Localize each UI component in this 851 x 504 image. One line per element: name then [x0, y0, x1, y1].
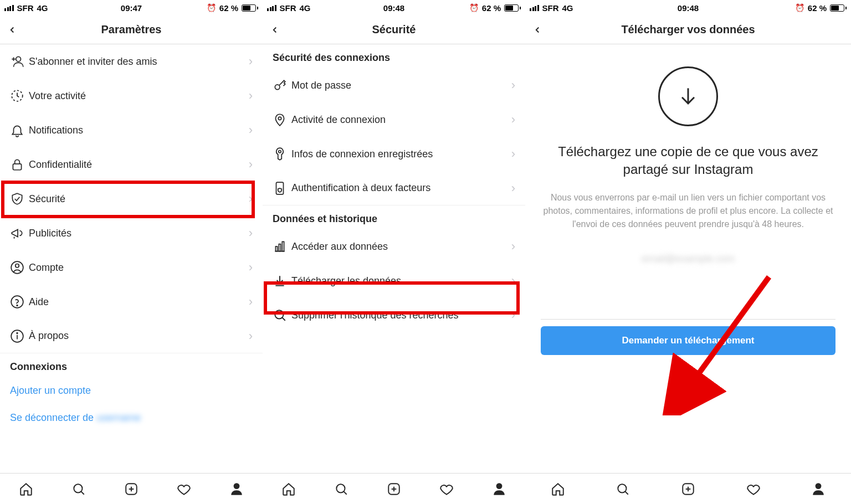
section-connexions: Connexions — [0, 353, 263, 377]
row-label: Compte — [29, 262, 249, 274]
add-account-link[interactable]: Ajouter un compte — [0, 377, 263, 404]
back-button[interactable] — [0, 25, 24, 35]
clock: 09:47 — [121, 3, 142, 13]
battery-icon — [830, 4, 847, 12]
screen-download-data: SFR 4G 09:48 ⏰ 62 % Télécharger vos donn… — [525, 0, 851, 504]
network-label: 4G — [37, 3, 48, 13]
nav-home[interactable] — [550, 481, 566, 497]
nav-activity[interactable] — [746, 481, 761, 497]
row-clear-search[interactable]: Supprimer l'historique des recherches › — [263, 298, 525, 332]
nav-add[interactable] — [680, 481, 696, 497]
nav-search[interactable] — [615, 481, 630, 497]
battery-pct: 62 % — [808, 3, 827, 13]
settings-list: S'abonner et inviter des amis › Votre ac… — [0, 44, 263, 504]
row-security[interactable]: Sécurité › — [0, 182, 263, 216]
row-password[interactable]: Mot de passe › — [263, 68, 525, 102]
key-icon — [273, 78, 291, 92]
email-field-redacted[interactable]: email@example.com — [642, 253, 735, 265]
row-label: Notifications — [29, 125, 249, 136]
request-download-button[interactable]: Demander un téléchargement — [541, 326, 835, 355]
lock-icon — [10, 157, 29, 172]
nav-profile[interactable] — [491, 481, 507, 497]
status-bar: SFR 4G 09:48 ⏰ 62 % — [525, 0, 851, 16]
download-content: Téléchargez une copie de ce que vous ave… — [525, 44, 851, 504]
row-label: Aide — [29, 296, 249, 308]
location-pin-icon — [273, 112, 291, 127]
svg-line-31 — [344, 491, 347, 494]
chevron-right-icon: › — [511, 239, 515, 254]
svg-point-19 — [278, 117, 281, 120]
page-title: Télécharger vos données — [621, 23, 755, 36]
row-about[interactable]: À propos › — [0, 319, 263, 353]
download-hero-icon — [658, 66, 718, 126]
row-label: S'abonner et inviter des amis — [29, 56, 249, 68]
clock-activity-icon — [10, 89, 29, 103]
nav-home[interactable] — [18, 481, 34, 497]
network-label: 4G — [562, 3, 573, 13]
add-person-icon — [10, 54, 29, 69]
row-label: Publicités — [29, 228, 249, 239]
chevron-right-icon: › — [511, 112, 515, 127]
megaphone-icon — [10, 226, 29, 240]
row-help[interactable]: Aide › — [0, 285, 263, 319]
svg-point-28 — [275, 310, 283, 318]
battery-pct: 62 % — [219, 3, 238, 13]
download-heading: Téléchargez une copie de ce que vous ave… — [541, 143, 835, 179]
network-label: 4G — [300, 3, 311, 13]
row-label: Votre activité — [29, 90, 249, 102]
chevron-right-icon: › — [249, 295, 253, 309]
nav-add[interactable] — [386, 481, 402, 497]
row-access-data[interactable]: Accéder aux données › — [263, 229, 525, 264]
row-download-data[interactable]: Télécharger les données › — [263, 264, 525, 298]
row-label: Accéder aux données — [291, 241, 511, 253]
nav-search[interactable] — [71, 481, 86, 497]
chevron-right-icon: › — [249, 260, 253, 275]
row-activity[interactable]: Votre activité › — [0, 79, 263, 113]
nav-activity[interactable] — [439, 481, 454, 497]
row-privacy[interactable]: Confidentialité › — [0, 147, 263, 182]
row-ads[interactable]: Publicités › — [0, 216, 263, 250]
row-2fa[interactable]: Authentification à deux facteurs › — [263, 171, 525, 205]
row-notifications[interactable]: Notifications › — [0, 113, 263, 147]
chevron-right-icon: › — [249, 89, 253, 103]
back-button[interactable] — [263, 25, 287, 35]
row-account[interactable]: Compte › — [0, 250, 263, 285]
chevron-right-icon: › — [249, 226, 253, 240]
screen-security: SFR 4G 09:48 ⏰ 62 % Sécurité Sécurité de… — [263, 0, 525, 504]
bottom-nav — [263, 473, 525, 504]
header: Télécharger vos données — [525, 16, 851, 44]
status-bar: SFR 4G 09:47 ⏰ 62 % — [0, 0, 263, 16]
nav-add[interactable] — [124, 481, 139, 497]
nav-home[interactable] — [281, 481, 296, 497]
row-label: Supprimer l'historique des recherches — [291, 310, 511, 321]
help-icon — [10, 295, 29, 309]
clock: 09:48 — [678, 3, 699, 13]
svg-point-39 — [618, 484, 627, 492]
row-login-activity[interactable]: Activité de connexion › — [263, 102, 525, 137]
svg-point-17 — [233, 483, 239, 489]
nav-profile[interactable] — [229, 481, 244, 497]
row-saved-login[interactable]: Infos de connexion enregistrées › — [263, 137, 525, 171]
nav-search[interactable] — [334, 481, 349, 497]
info-icon — [10, 329, 29, 343]
bottom-nav — [525, 473, 851, 504]
chevron-right-icon: › — [249, 54, 253, 69]
signal-icon — [530, 5, 539, 11]
row-label: Infos de connexion enregistrées — [291, 148, 511, 160]
back-button[interactable] — [525, 25, 550, 35]
bar-chart-icon — [273, 239, 291, 254]
nav-profile[interactable] — [811, 481, 826, 497]
shield-check-icon — [10, 192, 29, 206]
alarm-icon: ⏰ — [469, 3, 479, 12]
row-label: Sécurité — [29, 193, 249, 205]
chevron-left-icon — [7, 25, 17, 35]
status-bar: SFR 4G 09:48 ⏰ 62 % — [263, 0, 525, 16]
row-follow-invite[interactable]: S'abonner et inviter des amis › — [0, 44, 263, 79]
row-label: À propos — [29, 330, 249, 342]
nav-activity[interactable] — [176, 481, 192, 497]
logout-link[interactable]: Se déconnecter de username — [0, 404, 263, 431]
user-circle-icon — [10, 260, 29, 275]
arrow-down-icon — [676, 84, 700, 109]
keyhole-icon — [273, 147, 291, 161]
signal-icon — [267, 5, 276, 11]
